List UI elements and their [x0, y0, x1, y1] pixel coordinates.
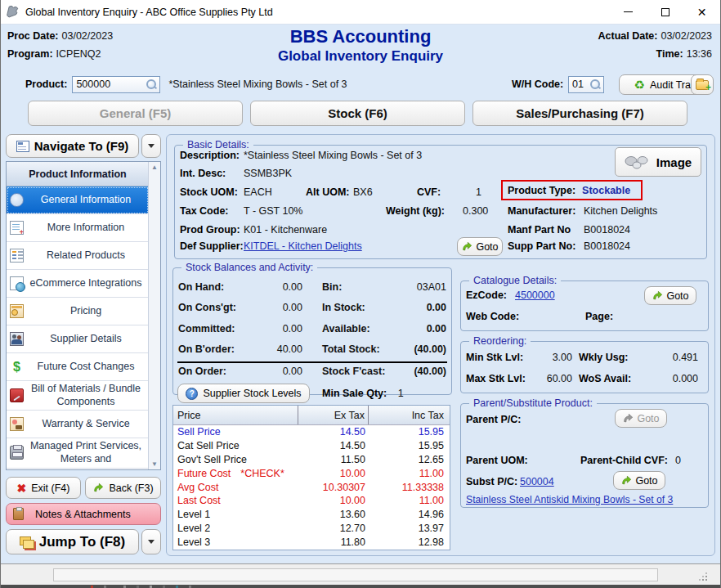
- price-row-ex-tax: 14.50: [298, 440, 369, 451]
- minimize-icon: [624, 11, 633, 12]
- parent-child-cvf-value: 0: [675, 455, 681, 466]
- stock-row-value2: 0.00: [401, 323, 446, 334]
- stock-row-label: Committed:: [178, 323, 249, 334]
- def-supplier-goto-button[interactable]: Goto: [457, 237, 503, 256]
- tax-code-label: Tax Code:: [180, 205, 229, 217]
- dollar-icon: $: [10, 360, 24, 374]
- maximize-button[interactable]: [647, 0, 683, 24]
- reordering-group: Reordering: Min Stk Lvl: 3.00 Wkly Usg: …: [460, 341, 709, 393]
- catalogue-details-group: Catalogue Details: EzCode: 4500000 Goto …: [460, 281, 709, 331]
- stock-row: On Cons'gt: 0.00 In Stock: 0.00: [178, 298, 446, 319]
- sidebar-item[interactable]: Supplier Details: [7, 325, 149, 353]
- product-input[interactable]: 500000: [72, 76, 160, 93]
- image-button[interactable]: Image: [615, 147, 701, 177]
- exit-button[interactable]: ✖ Exit (F4): [6, 477, 81, 499]
- minimize-button[interactable]: [610, 0, 647, 24]
- parent-uom-label: Parent UOM:: [466, 455, 528, 466]
- tab-stock[interactable]: Stock (F6): [250, 101, 465, 126]
- app-window: Global Inventory Enquiry - ABC Office Su…: [0, 0, 721, 588]
- max-stk-value: 60.00: [526, 373, 572, 384]
- chevron-down-icon: [148, 144, 154, 148]
- subst-goto-button[interactable]: Goto: [613, 471, 665, 490]
- manufacturer-value: Kitchen Delights: [584, 205, 657, 217]
- price-row-label: Future Cost*CHECK*: [173, 468, 298, 479]
- parent-substitute-legend: Parent/Substitute Product:: [469, 397, 597, 409]
- new-folder-button[interactable]: [691, 74, 714, 95]
- def-supplier-link[interactable]: KITDEL - Kitchen Delights: [244, 240, 362, 252]
- sidebar-item[interactable]: $ Future Cost Changes: [7, 353, 149, 381]
- sidebar-item[interactable]: Managed Print Services, Meters and: [7, 438, 149, 468]
- price-row[interactable]: Avg Cost 10.30307 11.33338: [173, 480, 450, 494]
- wh-code-input[interactable]: 01: [568, 76, 604, 93]
- price-row-label: Last Cost: [173, 495, 298, 506]
- price-row[interactable]: Gov't Sell Price 11.50 12.65: [173, 453, 450, 467]
- globe-document-icon: [10, 276, 24, 290]
- resize-grip[interactable]: [699, 572, 707, 581]
- price-row-ex-tax: 13.60: [298, 509, 369, 520]
- close-button[interactable]: ✕: [683, 0, 720, 24]
- price-row[interactable]: Last Cost 10.00 11.00: [173, 494, 450, 508]
- app-icon: [7, 5, 20, 19]
- on-order-value: 0.00: [249, 366, 302, 377]
- jump-to-button[interactable]: Jump To (F8): [6, 529, 139, 554]
- price-row-label: Level 2: [173, 523, 298, 534]
- price-row[interactable]: Sell Price 14.50 15.95: [173, 425, 450, 439]
- scroll-down-icon[interactable]: ▼: [151, 460, 158, 468]
- stock-row-value: 40.00: [249, 343, 302, 355]
- price-row-ex-tax: 10.00: [298, 468, 369, 479]
- taskbar-strip: [1, 585, 720, 588]
- wh-code-value: 01: [572, 79, 587, 90]
- manf-part-value: B0018024: [584, 224, 630, 236]
- document-plus-icon: [10, 221, 24, 235]
- navigate-to-button[interactable]: Navigate To (F9): [6, 134, 139, 158]
- price-row[interactable]: Level 1 13.60 14.96: [173, 508, 450, 522]
- sidebar-item[interactable]: eCommerce Integrations: [7, 270, 149, 298]
- parent-goto-button[interactable]: Goto: [615, 409, 667, 428]
- sidebar-item[interactable]: Warranty & Service: [7, 411, 149, 438]
- tax-code-value: T - GST 10%: [244, 205, 302, 217]
- catalogue-goto-button[interactable]: Goto: [644, 286, 696, 305]
- price-table-body: Sell Price 14.50 15.95 Cat Sell Price 14…: [173, 425, 450, 549]
- back-button[interactable]: Back (F3): [85, 477, 161, 499]
- search-icon[interactable]: [146, 79, 157, 90]
- sidebar-item[interactable]: General Information: [7, 186, 149, 214]
- jump-dropdown-button[interactable]: [141, 529, 161, 554]
- tab-general[interactable]: General (F5): [28, 101, 243, 126]
- ezcode-label: EzCode:: [466, 290, 507, 301]
- header: Proc Date:03/02/2023 Program:ICPENQ2 BBS…: [1, 25, 720, 72]
- price-row[interactable]: Cat Sell Price 14.50 15.95: [173, 439, 450, 453]
- sidebar-item[interactable]: More Information: [7, 214, 149, 242]
- wos-avail-label: WoS Avail:: [579, 373, 631, 384]
- search-icon[interactable]: [589, 79, 601, 90]
- sidebar-item[interactable]: Pricing: [7, 298, 149, 325]
- price-row[interactable]: Level 2 12.70 13.97: [173, 522, 450, 536]
- subst-pc-link[interactable]: 500004: [520, 476, 554, 487]
- price-row[interactable]: Level 3 11.80 12.98: [173, 535, 450, 549]
- scroll-up-icon[interactable]: ▲: [151, 164, 158, 171]
- supplier-stock-levels-button[interactable]: ? Supplier Stock Levels: [177, 384, 310, 403]
- sidebar-item[interactable]: Bill of Materials / Bundle Components: [7, 381, 149, 411]
- navigate-dropdown-button[interactable]: [141, 134, 161, 158]
- basic-details-group: Basic Details: Description: *Stainless S…: [174, 145, 707, 259]
- status-bar: [1, 563, 720, 585]
- wkly-usg-value: 0.491: [639, 352, 698, 363]
- window-title: Global Inventory Enquiry - ABC Office Su…: [25, 7, 610, 18]
- price-row-ex-tax: 11.80: [298, 536, 369, 548]
- close-icon: ✕: [697, 7, 707, 18]
- price-row-label: Cat Sell Price: [173, 440, 298, 451]
- sidebar-scrollbar[interactable]: ▲ ▼: [148, 162, 160, 469]
- price-row-inc-tax: 12.98: [369, 536, 448, 548]
- product-bar: Product: 500000 *Stainless Steel Mixing …: [1, 72, 720, 97]
- product-value: 500000: [76, 79, 143, 90]
- price-row[interactable]: Future Cost*CHECK* 10.00 11.00: [173, 466, 450, 480]
- notes-attachments-button[interactable]: Notes & Attachments: [6, 503, 161, 525]
- tab-sales-purchasing[interactable]: Sales/Purchasing (F7): [472, 101, 687, 126]
- jump-to-label: Jump To (F8): [39, 534, 125, 550]
- sidebar-item[interactable]: Related Products: [7, 242, 149, 270]
- actual-date-label: Actual Date:: [598, 30, 658, 42]
- substitute-product-link[interactable]: Stainless Steel Antiskid Mixing Bowls - …: [466, 494, 673, 505]
- price-row-inc-tax: 12.65: [369, 454, 448, 465]
- ezcode-link[interactable]: 4500000: [515, 290, 555, 301]
- goto-arrow-icon: [620, 475, 632, 487]
- sidebar-nav-list: Product Information General Information …: [7, 162, 149, 469]
